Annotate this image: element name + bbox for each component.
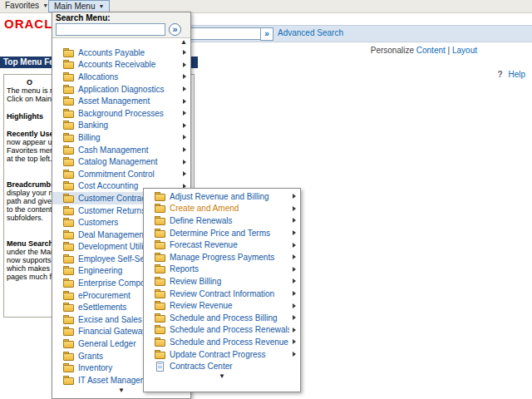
submenu-arrow-icon [183, 99, 186, 104]
customer-contracts-submenu: Adjust Revenue and Billing Create and Am… [143, 188, 301, 392]
folder-icon [63, 48, 74, 57]
submenu-arrow-icon [183, 86, 186, 91]
submenu-arrow-icon [293, 315, 296, 320]
menu-search-go-icon[interactable]: » [169, 23, 181, 36]
submenu-item-label: Review Contract Information [170, 289, 289, 298]
menu-search-area: Search Menu: » [52, 12, 190, 38]
submenu-item-label: Reports [170, 264, 289, 273]
folder-icon [63, 230, 74, 239]
submenu-arrow-icon [183, 111, 186, 116]
submenu-item[interactable]: Update Contract Progress [144, 348, 300, 361]
personalize-bar: Personalize Content | Layout [371, 46, 477, 55]
folder-icon [63, 315, 74, 324]
submenu-item-label: Schedule and Process Billing [170, 313, 289, 323]
folder-icon [63, 157, 74, 166]
menu-item[interactable]: Billing [52, 131, 190, 144]
folder-icon [155, 229, 165, 238]
folder-icon [155, 313, 165, 323]
main-menu-button[interactable]: Main Menu▼ [48, 0, 110, 12]
menu-item[interactable]: Allocations [52, 71, 190, 83]
submenu-item[interactable]: Forecast Revenue [144, 239, 300, 251]
submenu-item-label: Create and Amend [170, 204, 289, 213]
submenu-item[interactable]: Determine Price and Terms [144, 227, 300, 239]
submenu-item[interactable]: Review Billing [144, 275, 300, 288]
submenu-arrow-icon [293, 243, 296, 248]
personalize-layout-link[interactable]: Layout [452, 46, 477, 55]
menu-item-label: Banking [78, 121, 180, 130]
submenu-item[interactable]: Manage Progress Payments [144, 251, 300, 264]
folder-icon [63, 60, 74, 69]
submenu-item[interactable]: Define Renewals [144, 214, 300, 227]
folder-icon [155, 301, 165, 310]
folder-icon [63, 339, 74, 348]
folder-icon [63, 121, 74, 130]
folder-icon [63, 194, 74, 203]
submenu-arrow-icon [293, 291, 296, 296]
menu-item[interactable]: Banking [52, 120, 190, 132]
submenu-item[interactable]: Schedule and Process Revenue [144, 336, 300, 348]
menu-item-label: Allocations [78, 72, 180, 81]
menu-item[interactable]: Commitment Control [52, 168, 190, 180]
submenu-item[interactable]: Adjust Revenue and Billing [144, 190, 300, 203]
favorites-menu-button[interactable]: Favorites▼ [0, 0, 53, 12]
menu-item[interactable]: Accounts Receivable [52, 59, 190, 71]
submenu-arrow-icon [293, 267, 296, 272]
menu-item[interactable]: Accounts Payable [52, 47, 190, 59]
submenu-item[interactable]: Reports [144, 264, 300, 276]
folder-icon [63, 218, 74, 227]
caret-down-icon: ▼ [98, 1, 104, 12]
submenu-item-label: Review Billing [170, 277, 289, 286]
submenu-item[interactable]: Contracts Center [144, 360, 300, 372]
submenu-arrow-icon [183, 160, 186, 165]
menu-scroll-up-icon[interactable]: ▲ [52, 38, 190, 47]
submenu-arrow-icon [183, 123, 186, 128]
folder-icon [63, 266, 74, 275]
submenu-arrow-icon [293, 278, 296, 283]
peoplesoft-screen: Favorites▼ Main Menu▼ ORACLE » Advanced … [0, 0, 532, 399]
submenu-item[interactable]: Create and Amend [144, 203, 300, 215]
submenu-arrow-icon [293, 194, 296, 199]
folder-icon [63, 206, 74, 215]
folder-icon [155, 216, 165, 225]
help-link[interactable]: Help [508, 70, 525, 79]
menu-item[interactable]: Application Diagnostics [52, 83, 190, 96]
folder-icon [63, 133, 74, 142]
folder-icon [63, 96, 74, 106]
submenu-item[interactable]: Schedule and Process Billing [144, 312, 300, 324]
folder-icon [63, 242, 74, 251]
submenu-arrow-icon [293, 254, 296, 259]
favorites-label: Favorites [5, 1, 39, 10]
menu-item[interactable]: Asset Management [52, 95, 190, 107]
menu-item[interactable]: Cash Management [52, 144, 190, 156]
menu-item[interactable]: Background Processes [52, 107, 190, 120]
submenu-item[interactable]: Review Revenue [144, 299, 300, 312]
menu-item-label: Cash Management [78, 145, 180, 155]
submenu-scroll-down-icon[interactable]: ▼ [144, 372, 300, 381]
separator: | [448, 46, 451, 55]
search-go-icon[interactable]: » [260, 27, 273, 41]
folder-icon [63, 352, 74, 361]
folder-icon [63, 181, 74, 190]
folder-icon [155, 362, 165, 371]
submenu-item-label: Forecast Revenue [170, 240, 289, 249]
folder-icon [63, 254, 74, 264]
submenu-arrow-icon [293, 352, 296, 357]
submenu-item[interactable]: Schedule and Process Renewals [144, 324, 300, 337]
advanced-search-link[interactable]: Advanced Search [278, 28, 343, 37]
folder-icon [63, 363, 74, 372]
submenu-item-label: Schedule and Process Revenue [170, 337, 289, 347]
menu-item[interactable]: Catalog Management [52, 155, 190, 168]
help-area: ? Help [498, 70, 525, 79]
personalize-content-link[interactable]: Content [416, 46, 446, 55]
menu-search-label: Search Menu: [56, 13, 187, 22]
folder-icon [155, 350, 165, 359]
submenu-item-label: Determine Price and Terms [170, 229, 289, 238]
folder-icon [63, 170, 74, 179]
submenu-item-label: Review Revenue [170, 301, 289, 310]
submenu-arrow-icon [183, 50, 186, 55]
menu-item-label: Accounts Payable [78, 48, 180, 57]
submenu-item[interactable]: Review Contract Information [144, 288, 300, 300]
menu-search-input[interactable] [56, 23, 165, 36]
submenu-arrow-icon [183, 147, 186, 152]
menu-item-label: Accounts Receivable [78, 60, 180, 69]
